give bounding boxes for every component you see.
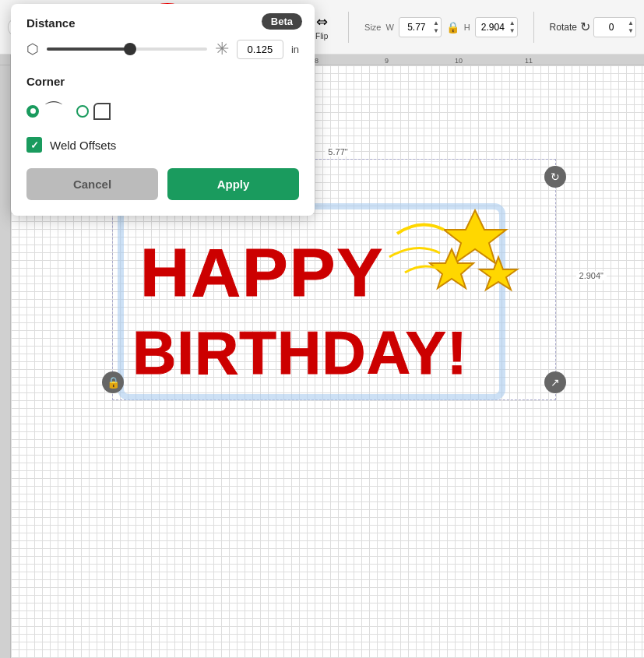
slider-max-icon: ✳ (215, 39, 229, 59)
rotate-label: Rotate (550, 22, 577, 33)
dimension-top-label: 5.77" (325, 147, 350, 157)
corner-square-icon (93, 103, 111, 120)
corner-options: ⌒ (26, 97, 299, 125)
size-group: Size W ▲ ▼ 🔒 H ▲ ▼ (364, 17, 518, 37)
weld-label: Weld Offsets (50, 139, 116, 152)
svg-text:BIRTHDAY!: BIRTHDAY! (132, 318, 468, 387)
corner-rounded-icon: ⌒ (44, 97, 64, 125)
rotate-group: Rotate ↻ ▲ ▼ (550, 17, 636, 37)
rotate-icon: ↻ (580, 19, 590, 34)
offset-popup: Beta Distance ⬡ ✳ in Corner ⌒ (11, 4, 315, 216)
corner-rounded-radio[interactable] (26, 105, 39, 118)
ruler-corner (0, 55, 11, 65)
cancel-button[interactable]: Cancel (26, 168, 158, 200)
rotate-input-wrapper: ▲ ▼ (593, 17, 636, 37)
width-down-button[interactable]: ▼ (433, 27, 439, 35)
ruler-mark-8: 8 (315, 57, 318, 65)
apply-button[interactable]: Apply (167, 168, 299, 200)
slider-track[interactable] (47, 48, 207, 51)
birthday-graphic: HAPPY BIRTHDAY! (117, 187, 553, 413)
birthday-svg: HAPPY BIRTHDAY! (117, 187, 553, 413)
rotate-stepper: ▲ ▼ (628, 19, 634, 34)
corner-title: Corner (26, 75, 299, 88)
beta-badge: Beta (262, 13, 302, 30)
weld-row: ✓ Weld Offsets (26, 137, 299, 153)
width-input[interactable] (401, 22, 432, 33)
height-down-button[interactable]: ▼ (509, 27, 516, 35)
size-label: Size (364, 23, 381, 32)
handle-resize[interactable]: ↗ (544, 371, 566, 393)
svg-marker-3 (480, 257, 517, 290)
ruler-mark-11: 11 (525, 57, 533, 65)
distance-input[interactable] (237, 40, 283, 59)
lock-icon: 🔒 (446, 21, 459, 33)
dimension-right-label: 2.904" (576, 271, 607, 280)
width-input-wrapper: ▲ ▼ (399, 17, 442, 37)
width-stepper: ▲ ▼ (433, 19, 439, 34)
button-row: Cancel Apply (26, 168, 299, 200)
corner-square-option[interactable] (76, 103, 111, 120)
flip-label: Flip (315, 32, 328, 40)
separator-4 (533, 12, 534, 43)
slider-fill (47, 48, 130, 51)
corner-rounded-option[interactable]: ⌒ (26, 97, 64, 125)
rotate-down-button[interactable]: ▼ (628, 27, 634, 35)
distance-title: Distance (26, 16, 299, 30)
height-stepper: ▲ ▼ (509, 19, 516, 34)
corner-square-radio[interactable] (76, 105, 89, 118)
ruler-mark-9: 9 (385, 57, 389, 65)
height-input[interactable] (477, 22, 509, 33)
radio-dot (30, 108, 36, 114)
height-input-wrapper: ▲ ▼ (475, 17, 518, 37)
weld-checkbox[interactable]: ✓ (26, 137, 42, 153)
handle-rotate[interactable]: ↻ (544, 166, 566, 188)
flip-icon: ⇔ (316, 13, 328, 30)
width-label: W (385, 23, 393, 32)
checkmark-icon: ✓ (30, 139, 39, 151)
slider-row: ⬡ ✳ in (26, 39, 299, 59)
corner-section: Corner ⌒ (26, 75, 299, 125)
width-up-button[interactable]: ▲ (433, 19, 439, 27)
ruler-mark-10: 10 (455, 57, 463, 65)
unit-label: in (291, 44, 299, 55)
handle-lock[interactable]: 🔒 (102, 371, 124, 393)
slider-thumb[interactable] (124, 43, 136, 55)
slider-min-icon: ⬡ (26, 40, 39, 58)
height-label: H (464, 23, 470, 32)
svg-text:HAPPY: HAPPY (140, 234, 384, 311)
separator-3 (348, 12, 349, 43)
rotate-input[interactable] (596, 22, 627, 33)
height-up-button[interactable]: ▲ (509, 19, 516, 27)
rotate-up-button[interactable]: ▲ (628, 19, 634, 27)
ruler-left (0, 65, 11, 658)
